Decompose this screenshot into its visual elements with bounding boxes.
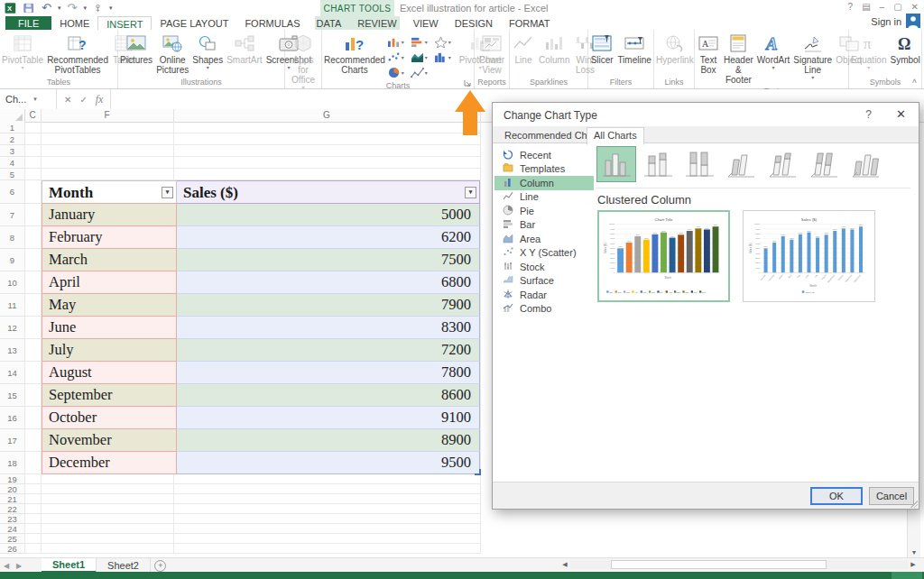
cell-month-october[interactable]: October [42,407,177,429]
row-header-21[interactable]: 21 [0,494,25,504]
mini-histogram-button[interactable]: ▾ [434,50,457,65]
smartart-button[interactable]: SmartArt [225,32,263,66]
category-bar[interactable]: Bar [494,218,594,233]
cell-sales-october[interactable]: 9100 [177,407,480,429]
undo-icon[interactable]: ↶ [40,1,53,14]
tab-design[interactable]: DESIGN [447,16,501,30]
tab-home[interactable]: HOME [51,16,97,30]
row-header-11[interactable]: 11 [0,294,25,317]
cell-month-july[interactable]: July [42,339,177,362]
insert-function-icon[interactable]: fx [96,93,104,106]
table-resize-handle[interactable] [475,469,481,475]
cell-sales-september[interactable]: 8600 [177,384,480,407]
row-header-15[interactable]: 15 [0,384,25,407]
dialog-resize-grip[interactable] [910,501,918,508]
mini-column-button[interactable]: ▾ [387,34,411,50]
cell-month-may[interactable]: May [42,294,177,317]
tab-all-charts[interactable]: All Charts [587,127,644,145]
row-header-24[interactable]: 24 [0,524,25,534]
ok-button[interactable]: OK [810,487,863,505]
header-footer-button[interactable]: Header & Footer [722,32,755,86]
restore-icon[interactable]: ▢ [893,2,901,12]
cell-month-december[interactable]: December [42,452,177,474]
column-header-F[interactable]: F [41,109,174,122]
row-header-5[interactable]: 5 [0,169,25,180]
pictures-button[interactable]: Pictures [118,32,154,66]
cell-sales-february[interactable]: 6200 [177,226,480,249]
cell-sales-december[interactable]: 9500 [177,452,480,474]
dialog-close-icon[interactable]: ✕ [896,107,906,121]
cell-month-february[interactable]: February [42,226,177,249]
slicer-button[interactable]: Slicer [588,32,615,66]
tab-view[interactable]: VIEW [405,16,447,30]
equation-button[interactable]: πEquation▾ [849,32,888,71]
row-header-4[interactable]: 4 [0,157,25,169]
category-stock[interactable]: Stock [494,260,594,274]
row-header-25[interactable]: 25 [0,534,25,544]
subtype-3-d-clustered-column[interactable] [721,146,761,182]
row-header-2[interactable]: 2 [0,133,25,145]
confirm-entry-icon[interactable]: ✓ [79,95,87,105]
mini-line-button[interactable]: ▾ [411,65,434,80]
cell-sales-may[interactable]: 7900 [177,294,480,317]
scroll-right-icon[interactable]: ▶ [908,561,919,568]
subtype-3-d-stacked-column[interactable] [762,146,802,182]
new-sheet-button[interactable]: + [151,558,171,573]
pivottable-button[interactable]: PivotTable▾ [0,32,45,71]
row-header-3[interactable]: 3 [0,145,25,157]
table-header-sales[interactable]: Sales ($)▾ [177,180,480,204]
cell-sales-march[interactable]: 7500 [177,249,480,271]
wordart-button[interactable]: AWordArt▾ [755,32,792,71]
scroll-left-icon[interactable]: ◀ [559,561,570,568]
sheet-tab-sheet2[interactable]: Sheet2 [97,558,151,573]
row-header-9[interactable]: 9 [0,249,25,271]
redo-icon[interactable]: ↷ [66,1,79,14]
vertical-scrollbar[interactable]: ▼ [907,510,920,557]
mini-area-button[interactable]: ▾ [411,50,434,65]
cell-month-june[interactable]: June [42,317,177,339]
row-header-23[interactable]: 23 [0,514,25,524]
category-pie[interactable]: Pie [494,204,594,218]
category-recent[interactable]: Recent [494,148,594,162]
cell-sales-august[interactable]: 7800 [177,362,480,384]
category-templates[interactable]: Templates [494,162,594,177]
signature-line-button[interactable]: Signature Line▾ [791,32,834,81]
mini-bar-button[interactable]: ▾ [411,34,434,50]
collapse-ribbon-icon[interactable]: ˄ [912,77,917,86]
help-icon[interactable]: ? [848,2,854,12]
mini-pie-button[interactable]: ▾ [387,65,411,80]
mini-radar-button[interactable]: ▾ [434,34,457,50]
cell-month-september[interactable]: September [42,384,177,407]
save-icon[interactable] [22,1,35,14]
category-line[interactable]: Line [494,190,594,205]
cell-month-august[interactable]: August [42,362,177,384]
category-combo[interactable]: Combo [494,302,594,317]
cell-sales-april[interactable]: 6800 [177,271,480,294]
apps-for-office-button[interactable]: Apps for Office▾ [285,32,321,91]
horizontal-scrollbar[interactable]: ◀ ▶ [559,559,919,570]
dialog-help-icon[interactable]: ? [865,108,872,121]
row-header-22[interactable]: 22 [0,504,25,514]
name-box-caret-icon[interactable]: ▾ [33,96,37,103]
cell-sales-june[interactable]: 8300 [177,317,480,339]
cell-sales-january[interactable]: 5000 [177,204,480,226]
row-header-6[interactable]: 6 [0,180,25,204]
undo-caret-icon[interactable]: ▾ [58,5,61,12]
dialog-launcher-icon[interactable] [463,78,472,87]
row-header-1[interactable]: 1 [0,122,25,133]
shapes-button[interactable]: Shapes▾ [190,32,225,71]
tab-file[interactable]: FILE [5,16,51,30]
text-box-button[interactable]: AText Box [695,32,722,76]
minimize-icon[interactable]: – [880,2,885,12]
close-icon[interactable]: ✕ [911,2,919,12]
row-header-18[interactable]: 18 [0,452,25,474]
chart-preview-selected[interactable]: Chart Title01000200030004000500060007000… [597,210,730,302]
tab-review[interactable]: REVIEW [349,16,404,30]
row-header-17[interactable]: 17 [0,429,25,452]
subtype-3-d-column[interactable] [845,146,885,182]
cell-month-march[interactable]: March [42,249,177,271]
timeline-button[interactable]: Timeline [615,32,652,66]
row-header-19[interactable]: 19 [0,474,25,484]
hscroll-track[interactable] [570,560,908,569]
subtype-3-d-100-stacked-column[interactable] [804,146,844,182]
